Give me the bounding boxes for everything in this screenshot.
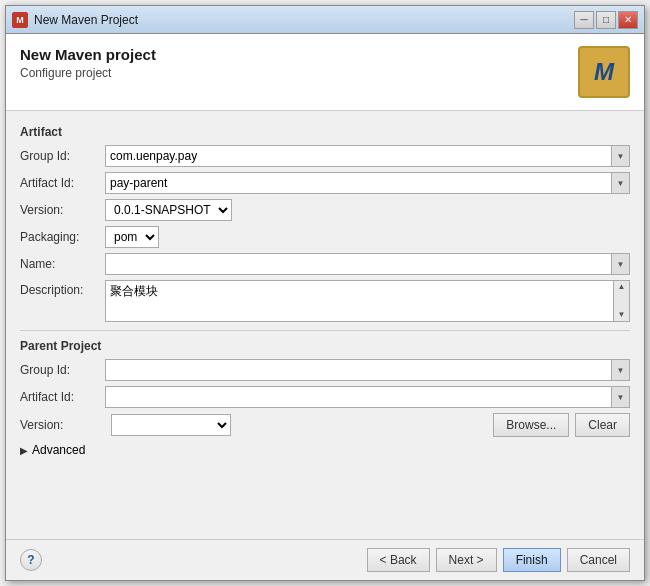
parent-version-label: Version:: [20, 418, 105, 432]
parent-group-id-field-wrapper: ▼: [105, 359, 630, 381]
close-button[interactable]: ✕: [618, 11, 638, 29]
description-control: 聚合模块 ▲ ▼: [105, 280, 630, 322]
scroll-down-icon[interactable]: ▼: [618, 311, 626, 319]
parent-version-row: Version: Browse... Clear: [20, 413, 630, 437]
dialog-header: New Maven project Configure project M: [6, 34, 644, 111]
name-dropdown-arrow[interactable]: ▼: [611, 254, 629, 274]
title-bar-controls: ─ □ ✕: [574, 11, 638, 29]
artifact-id-label: Artifact Id:: [20, 176, 105, 190]
title-bar: M New Maven Project ─ □ ✕: [6, 6, 644, 34]
back-button[interactable]: < Back: [367, 548, 430, 572]
parent-group-id-dropdown-arrow[interactable]: ▼: [611, 360, 629, 380]
description-label: Description:: [20, 280, 105, 297]
group-id-row: Group Id: ▼: [20, 145, 630, 167]
dialog-header-text: New Maven project Configure project: [20, 46, 156, 80]
dialog-content: Artifact Group Id: ▼ Artifact Id: ▼: [6, 111, 644, 539]
parent-version-control: Browse... Clear: [111, 413, 630, 437]
packaging-select[interactable]: pom jar war: [106, 227, 158, 247]
parent-group-id-input[interactable]: [106, 360, 611, 380]
group-id-input[interactable]: [106, 146, 611, 166]
group-id-field-wrapper: ▼: [105, 145, 630, 167]
dialog-window: M New Maven Project ─ □ ✕ New Maven proj…: [5, 5, 645, 581]
name-control: ▼: [105, 253, 630, 275]
parent-group-id-row: Group Id: ▼: [20, 359, 630, 381]
packaging-select-wrapper: pom jar war: [105, 226, 159, 248]
parent-artifact-id-row: Artifact Id: ▼: [20, 386, 630, 408]
parent-version-select[interactable]: [112, 415, 230, 435]
footer-right: < Back Next > Finish Cancel: [367, 548, 630, 572]
artifact-section-label: Artifact: [20, 125, 630, 139]
artifact-id-input[interactable]: [106, 173, 611, 193]
maven-logo-icon: M: [578, 46, 630, 98]
advanced-label: Advanced: [32, 443, 85, 457]
parent-artifact-id-input[interactable]: [106, 387, 611, 407]
group-id-dropdown-arrow[interactable]: ▼: [611, 146, 629, 166]
artifact-id-dropdown-arrow[interactable]: ▼: [611, 173, 629, 193]
dialog-title: New Maven project: [20, 46, 156, 63]
title-bar-left: M New Maven Project: [12, 12, 138, 28]
parent-artifact-id-dropdown-arrow[interactable]: ▼: [611, 387, 629, 407]
artifact-id-field-wrapper: ▼: [105, 172, 630, 194]
cancel-button[interactable]: Cancel: [567, 548, 630, 572]
description-textarea[interactable]: 聚合模块: [106, 281, 613, 321]
artifact-id-control: ▼: [105, 172, 630, 194]
version-row: Version: 0.0.1-SNAPSHOT: [20, 199, 630, 221]
footer-left: ?: [20, 549, 42, 571]
browse-button[interactable]: Browse...: [493, 413, 569, 437]
packaging-control: pom jar war: [105, 226, 630, 248]
description-textarea-wrapper: 聚合模块 ▲ ▼: [105, 280, 630, 322]
parent-artifact-id-label: Artifact Id:: [20, 390, 105, 404]
parent-artifact-id-control: ▼: [105, 386, 630, 408]
help-button[interactable]: ?: [20, 549, 42, 571]
next-button[interactable]: Next >: [436, 548, 497, 572]
version-select-wrapper: 0.0.1-SNAPSHOT: [105, 199, 232, 221]
parent-artifact-id-field-wrapper: ▼: [105, 386, 630, 408]
maven-title-icon: M: [12, 12, 28, 28]
packaging-row: Packaging: pom jar war: [20, 226, 630, 248]
group-id-control: ▼: [105, 145, 630, 167]
group-id-label: Group Id:: [20, 149, 105, 163]
name-label: Name:: [20, 257, 105, 271]
maximize-button[interactable]: □: [596, 11, 616, 29]
minimize-button[interactable]: ─: [574, 11, 594, 29]
dialog-footer: ? < Back Next > Finish Cancel: [6, 539, 644, 580]
finish-button[interactable]: Finish: [503, 548, 561, 572]
advanced-row[interactable]: ▶ Advanced: [20, 443, 630, 457]
description-scrollbar: ▲ ▼: [613, 281, 629, 321]
version-control: 0.0.1-SNAPSHOT: [105, 199, 630, 221]
name-field-wrapper: ▼: [105, 253, 630, 275]
parent-version-select-wrapper: [111, 414, 231, 436]
artifact-id-row: Artifact Id: ▼: [20, 172, 630, 194]
parent-group-id-label: Group Id:: [20, 363, 105, 377]
clear-button[interactable]: Clear: [575, 413, 630, 437]
parent-group-id-control: ▼: [105, 359, 630, 381]
name-row: Name: ▼: [20, 253, 630, 275]
name-input[interactable]: [106, 254, 611, 274]
parent-project-section-label: Parent Project: [20, 339, 630, 353]
scroll-up-icon[interactable]: ▲: [618, 283, 626, 291]
dialog-subtitle: Configure project: [20, 66, 156, 80]
version-label: Version:: [20, 203, 105, 217]
version-select[interactable]: 0.0.1-SNAPSHOT: [106, 200, 231, 220]
packaging-label: Packaging:: [20, 230, 105, 244]
title-bar-text: New Maven Project: [34, 13, 138, 27]
section-divider-1: [20, 330, 630, 331]
advanced-arrow-icon: ▶: [20, 445, 28, 456]
description-row: Description: 聚合模块 ▲ ▼: [20, 280, 630, 322]
